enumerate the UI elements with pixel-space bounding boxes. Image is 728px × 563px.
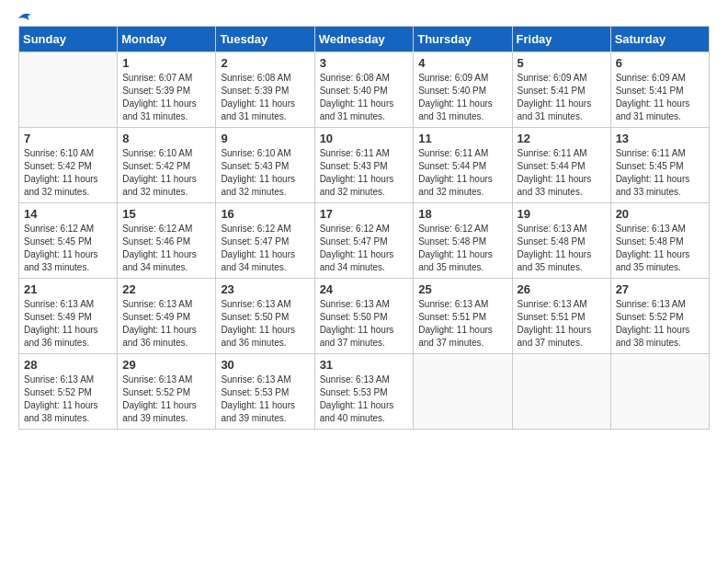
day-number: 4 (418, 56, 506, 70)
day-info: Sunrise: 6:13 AM Sunset: 5:52 PM Dayligh… (616, 298, 704, 350)
day-number: 8 (122, 132, 210, 145)
day-info: Sunrise: 6:13 AM Sunset: 5:49 PM Dayligh… (24, 298, 112, 350)
calendar-cell: 3Sunrise: 6:08 AM Sunset: 5:40 PM Daylig… (314, 52, 414, 128)
day-number: 16 (221, 207, 309, 221)
day-number: 26 (518, 282, 606, 296)
day-number: 19 (518, 207, 606, 221)
calendar-cell (19, 52, 118, 128)
calendar-cell: 31Sunrise: 6:13 AM Sunset: 5:53 PM Dayli… (314, 354, 414, 430)
weekday-header-wednesday: Wednesday (314, 27, 414, 52)
calendar-cell: 8Sunrise: 6:10 AM Sunset: 5:42 PM Daylig… (118, 128, 216, 203)
calendar-cell: 19Sunrise: 6:13 AM Sunset: 5:48 PM Dayli… (512, 203, 610, 279)
calendar-week-row: 1Sunrise: 6:07 AM Sunset: 5:39 PM Daylig… (19, 52, 710, 128)
day-info: Sunrise: 6:13 AM Sunset: 5:48 PM Dayligh… (518, 223, 606, 274)
day-number: 1 (122, 56, 210, 70)
calendar-cell (610, 354, 709, 430)
day-number: 5 (518, 56, 606, 70)
day-info: Sunrise: 6:11 AM Sunset: 5:45 PM Dayligh… (616, 147, 704, 199)
day-number: 30 (221, 358, 309, 372)
day-number: 15 (122, 207, 210, 221)
day-info: Sunrise: 6:09 AM Sunset: 5:41 PM Dayligh… (518, 72, 606, 123)
day-info: Sunrise: 6:12 AM Sunset: 5:46 PM Dayligh… (122, 223, 210, 274)
day-number: 13 (616, 132, 704, 145)
day-number: 14 (24, 207, 112, 221)
calendar-cell: 17Sunrise: 6:12 AM Sunset: 5:47 PM Dayli… (314, 203, 414, 279)
day-info: Sunrise: 6:13 AM Sunset: 5:48 PM Dayligh… (616, 223, 704, 274)
day-number: 22 (122, 282, 210, 296)
day-number: 24 (320, 282, 409, 296)
day-info: Sunrise: 6:13 AM Sunset: 5:50 PM Dayligh… (320, 298, 409, 350)
weekday-header-thursday: Thursday (414, 27, 512, 52)
calendar-cell: 6Sunrise: 6:09 AM Sunset: 5:41 PM Daylig… (610, 52, 709, 128)
day-info: Sunrise: 6:13 AM Sunset: 5:51 PM Dayligh… (518, 298, 606, 350)
day-info: Sunrise: 6:08 AM Sunset: 5:39 PM Dayligh… (221, 72, 309, 123)
day-number: 10 (320, 132, 409, 145)
calendar-cell: 12Sunrise: 6:11 AM Sunset: 5:44 PM Dayli… (512, 128, 610, 203)
weekday-header-tuesday: Tuesday (216, 27, 314, 52)
calendar-cell: 30Sunrise: 6:13 AM Sunset: 5:53 PM Dayli… (216, 354, 314, 430)
calendar-cell: 25Sunrise: 6:13 AM Sunset: 5:51 PM Dayli… (414, 279, 512, 354)
day-number: 23 (221, 282, 309, 296)
day-info: Sunrise: 6:10 AM Sunset: 5:42 PM Dayligh… (24, 147, 112, 199)
calendar-cell: 15Sunrise: 6:12 AM Sunset: 5:46 PM Dayli… (118, 203, 216, 279)
day-info: Sunrise: 6:13 AM Sunset: 5:50 PM Dayligh… (221, 298, 309, 350)
calendar-week-row: 28Sunrise: 6:13 AM Sunset: 5:52 PM Dayli… (19, 354, 710, 430)
day-info: Sunrise: 6:13 AM Sunset: 5:53 PM Dayligh… (320, 373, 409, 425)
day-info: Sunrise: 6:13 AM Sunset: 5:51 PM Dayligh… (418, 298, 506, 350)
calendar-cell: 13Sunrise: 6:11 AM Sunset: 5:45 PM Dayli… (610, 128, 709, 203)
calendar-cell: 9Sunrise: 6:10 AM Sunset: 5:43 PM Daylig… (216, 128, 314, 203)
logo-bird-icon (17, 11, 35, 26)
day-info: Sunrise: 6:11 AM Sunset: 5:44 PM Dayligh… (518, 147, 606, 199)
calendar-table: SundayMondayTuesdayWednesdayThursdayFrid… (18, 26, 710, 430)
day-info: Sunrise: 6:13 AM Sunset: 5:49 PM Dayligh… (122, 298, 210, 350)
day-number: 28 (24, 358, 112, 372)
day-info: Sunrise: 6:12 AM Sunset: 5:48 PM Dayligh… (418, 223, 506, 274)
day-number: 7 (24, 132, 112, 145)
calendar-cell: 10Sunrise: 6:11 AM Sunset: 5:43 PM Dayli… (314, 128, 414, 203)
calendar-cell: 16Sunrise: 6:12 AM Sunset: 5:47 PM Dayli… (216, 203, 314, 279)
day-info: Sunrise: 6:13 AM Sunset: 5:53 PM Dayligh… (221, 373, 309, 425)
day-info: Sunrise: 6:12 AM Sunset: 5:47 PM Dayligh… (320, 223, 409, 274)
day-number: 3 (320, 56, 409, 70)
day-number: 6 (616, 56, 704, 70)
day-number: 18 (418, 207, 506, 221)
day-info: Sunrise: 6:13 AM Sunset: 5:52 PM Dayligh… (24, 373, 112, 425)
calendar-cell: 24Sunrise: 6:13 AM Sunset: 5:50 PM Dayli… (314, 279, 414, 354)
weekday-header-monday: Monday (118, 27, 216, 52)
calendar-cell: 14Sunrise: 6:12 AM Sunset: 5:45 PM Dayli… (19, 203, 118, 279)
calendar-cell: 22Sunrise: 6:13 AM Sunset: 5:49 PM Dayli… (118, 279, 216, 354)
calendar-cell: 28Sunrise: 6:13 AM Sunset: 5:52 PM Dayli… (19, 354, 118, 430)
weekday-header-row: SundayMondayTuesdayWednesdayThursdayFrid… (19, 27, 710, 52)
day-info: Sunrise: 6:10 AM Sunset: 5:43 PM Dayligh… (221, 147, 309, 199)
calendar-cell: 2Sunrise: 6:08 AM Sunset: 5:39 PM Daylig… (216, 52, 314, 128)
day-number: 27 (616, 282, 704, 296)
calendar-cell: 27Sunrise: 6:13 AM Sunset: 5:52 PM Dayli… (610, 279, 709, 354)
calendar-week-row: 21Sunrise: 6:13 AM Sunset: 5:49 PM Dayli… (19, 279, 710, 354)
calendar-week-row: 14Sunrise: 6:12 AM Sunset: 5:45 PM Dayli… (19, 203, 710, 279)
day-number: 25 (418, 282, 506, 296)
calendar-cell: 4Sunrise: 6:09 AM Sunset: 5:40 PM Daylig… (414, 52, 512, 128)
calendar-cell: 29Sunrise: 6:13 AM Sunset: 5:52 PM Dayli… (118, 354, 216, 430)
calendar-cell: 7Sunrise: 6:10 AM Sunset: 5:42 PM Daylig… (19, 128, 118, 203)
weekday-header-sunday: Sunday (19, 27, 118, 52)
day-info: Sunrise: 6:07 AM Sunset: 5:39 PM Dayligh… (122, 72, 210, 123)
day-number: 12 (518, 132, 606, 145)
calendar-cell: 1Sunrise: 6:07 AM Sunset: 5:39 PM Daylig… (118, 52, 216, 128)
day-number: 21 (24, 282, 112, 296)
calendar-cell: 11Sunrise: 6:11 AM Sunset: 5:44 PM Dayli… (414, 128, 512, 203)
calendar-cell: 21Sunrise: 6:13 AM Sunset: 5:49 PM Dayli… (19, 279, 118, 354)
calendar-week-row: 7Sunrise: 6:10 AM Sunset: 5:42 PM Daylig… (19, 128, 710, 203)
day-number: 9 (221, 132, 309, 145)
day-info: Sunrise: 6:13 AM Sunset: 5:52 PM Dayligh… (122, 373, 210, 425)
calendar-cell: 5Sunrise: 6:09 AM Sunset: 5:41 PM Daylig… (512, 52, 610, 128)
day-number: 31 (320, 358, 409, 372)
calendar-cell (512, 354, 610, 430)
day-number: 2 (221, 56, 309, 70)
weekday-header-friday: Friday (512, 27, 610, 52)
day-info: Sunrise: 6:08 AM Sunset: 5:40 PM Dayligh… (320, 72, 409, 123)
day-info: Sunrise: 6:09 AM Sunset: 5:41 PM Dayligh… (616, 72, 704, 123)
calendar-cell (414, 354, 512, 430)
day-info: Sunrise: 6:12 AM Sunset: 5:47 PM Dayligh… (221, 223, 309, 274)
day-info: Sunrise: 6:12 AM Sunset: 5:45 PM Dayligh… (24, 223, 112, 274)
calendar-cell: 23Sunrise: 6:13 AM Sunset: 5:50 PM Dayli… (216, 279, 314, 354)
